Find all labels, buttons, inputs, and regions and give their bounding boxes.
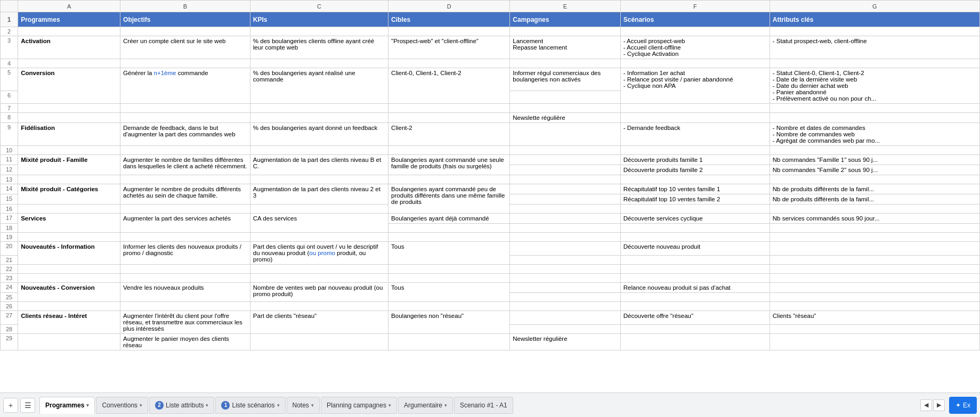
- cell-f25[interactable]: [620, 293, 770, 302]
- cell-e12[interactable]: [510, 165, 620, 175]
- cell-e14[interactable]: [510, 184, 620, 194]
- cell-g11[interactable]: Nb commandes "Famille 1" sous 90 j...: [770, 155, 979, 165]
- cell-g22[interactable]: [770, 265, 979, 274]
- cell-a20[interactable]: Nouveautés - Information: [18, 242, 120, 265]
- cell-f15[interactable]: Récapitulatif top 10 ventes famille 2: [620, 194, 770, 205]
- cell-f16[interactable]: [620, 205, 770, 214]
- cell-a29[interactable]: [18, 334, 120, 350]
- cell-e13[interactable]: [510, 175, 620, 184]
- cell-d10[interactable]: [388, 146, 510, 155]
- cell-c17[interactable]: CA des services: [250, 214, 388, 233]
- cell-g5[interactable]: - Statut Client-0, Client-1, Client-2- D…: [770, 68, 979, 104]
- cell-a14[interactable]: Mixité produit - Catégories: [18, 184, 120, 205]
- cell-c14[interactable]: Augmentation de la part des clients nive…: [250, 184, 388, 205]
- cell-d18[interactable]: [388, 224, 510, 233]
- cell-f14[interactable]: Récapitulatif top 10 ventes famille 1: [620, 184, 770, 194]
- cell-e19[interactable]: [510, 233, 620, 242]
- cell-b20[interactable]: Informer les clients des nouveaux produi…: [120, 242, 250, 265]
- cell-b11[interactable]: Augmenter le nombre de familles différen…: [120, 155, 250, 175]
- cell-e16[interactable]: [510, 205, 620, 214]
- cell-a5[interactable]: Conversion: [18, 68, 120, 104]
- cell-a9[interactable]: Fidélisation: [18, 123, 120, 146]
- tab-planning-campagnes[interactable]: Planning campagnes ▾: [321, 397, 397, 414]
- cell-a26[interactable]: [18, 302, 120, 311]
- cell-d22[interactable]: [388, 265, 510, 274]
- cell-b24[interactable]: Vendre les nouveaux produits: [120, 283, 250, 302]
- cell-e9[interactable]: [510, 123, 620, 146]
- cell-c13[interactable]: [250, 175, 388, 184]
- cell-g16[interactable]: [770, 205, 979, 214]
- cell-d3[interactable]: "Prospect-web" et "client-offline": [388, 36, 510, 59]
- cell-a24[interactable]: Nouveautés - Conversion: [18, 283, 120, 302]
- cell-e3[interactable]: LancementRepasse lancement: [510, 36, 620, 59]
- cell-b23[interactable]: [120, 274, 250, 283]
- cell-d9[interactable]: Client-2: [388, 123, 510, 146]
- cell-a16[interactable]: [18, 205, 120, 214]
- cell-e21[interactable]: [510, 256, 620, 265]
- cell-d24[interactable]: Tous: [388, 283, 510, 302]
- tab-nav-right[interactable]: ▶: [933, 399, 945, 411]
- cell-e26[interactable]: [510, 302, 620, 311]
- cell-g29[interactable]: [770, 334, 979, 350]
- cell-c19[interactable]: [250, 233, 388, 242]
- sheet-table-wrapper[interactable]: A B C D E F G 1 Programmes Objectifs KPI…: [0, 0, 980, 393]
- cell-g28[interactable]: [770, 325, 979, 334]
- cell-d14[interactable]: Boulangeries ayant commandé peu de produ…: [388, 184, 510, 214]
- cell-g14[interactable]: Nb de produits différents de la famil...: [770, 184, 979, 194]
- cell-e27[interactable]: [510, 311, 620, 325]
- cell-g12[interactable]: Nb commandes "Famille 2" sous 90 j...: [770, 165, 979, 175]
- cell-e22[interactable]: [510, 265, 620, 274]
- cell-b26[interactable]: [120, 302, 250, 311]
- col-header-f[interactable]: F: [620, 1, 770, 12]
- cell-c29[interactable]: [250, 334, 388, 350]
- cell-c8[interactable]: [250, 113, 388, 123]
- cell-c5[interactable]: % des boulangeries ayant réalisé une com…: [250, 68, 388, 104]
- cell-a8[interactable]: [18, 113, 120, 123]
- cell-f29[interactable]: [620, 334, 770, 350]
- tab-argumentaire[interactable]: Argumentaire ▾: [398, 397, 453, 414]
- cell-f23[interactable]: [620, 274, 770, 283]
- cell-b29[interactable]: Augmenter le panier moyen des clients ré…: [120, 334, 250, 350]
- cell-d27[interactable]: Boulangeries non "réseau": [388, 311, 510, 334]
- cell-f28[interactable]: [620, 325, 770, 334]
- cell-g17[interactable]: Nb services commandés sous 90 jour...: [770, 214, 979, 224]
- cell-f19[interactable]: [620, 233, 770, 242]
- cell-f8[interactable]: [620, 113, 770, 123]
- cell-f17[interactable]: Découverte services cyclique: [620, 214, 770, 224]
- cell-e6[interactable]: [510, 91, 620, 104]
- cell-f10[interactable]: [620, 146, 770, 155]
- cell-c9[interactable]: % des boulangeries ayant donné un feedba…: [250, 123, 388, 146]
- cell-g25[interactable]: [770, 293, 979, 302]
- cell-a10[interactable]: [18, 146, 120, 155]
- cell-a17[interactable]: Services: [18, 214, 120, 233]
- col-header-c[interactable]: C: [250, 1, 388, 12]
- cell-d23[interactable]: [388, 274, 510, 283]
- cell-b17[interactable]: Augmenter la part des services achetés: [120, 214, 250, 233]
- cell-d17[interactable]: Boulangeries ayant déjà commandé: [388, 214, 510, 224]
- cell-g18[interactable]: [770, 224, 979, 233]
- tab-notes[interactable]: Notes ▾: [287, 397, 320, 414]
- cell-b8[interactable]: [120, 113, 250, 123]
- cell-d26[interactable]: [388, 302, 510, 311]
- cell-g26[interactable]: [770, 302, 979, 311]
- cell-d20[interactable]: Tous: [388, 242, 510, 265]
- cell-a11[interactable]: Mixité produit - Famille: [18, 155, 120, 175]
- cell-f22[interactable]: [620, 265, 770, 274]
- cell-f2[interactable]: [620, 27, 770, 36]
- cell-f11[interactable]: Découverte produits famille 1: [620, 155, 770, 165]
- cell-f20[interactable]: Découverte nouveau produit: [620, 242, 770, 256]
- cell-a22[interactable]: [18, 265, 120, 274]
- cell-c4[interactable]: [250, 59, 388, 68]
- col-header-d[interactable]: D: [388, 1, 510, 12]
- cell-c23[interactable]: [250, 274, 388, 283]
- cell-c24[interactable]: Nombre de ventes web par nouveau produit…: [250, 283, 388, 302]
- cell-f24[interactable]: Relance nouveau produit si pas d'achat: [620, 283, 770, 293]
- add-sheet-button[interactable]: +: [3, 398, 18, 413]
- cell-b27[interactable]: Augmenter l'intérêt du client pour l'off…: [120, 311, 250, 334]
- cell-b9[interactable]: Demande de feedback, dans le but d'augme…: [120, 123, 250, 146]
- cell-e2[interactable]: [510, 27, 620, 36]
- tab-nav-left[interactable]: ◀: [920, 399, 932, 411]
- cell-f5[interactable]: - Information 1er achat- Relance post vi…: [620, 68, 770, 104]
- cell-c26[interactable]: [250, 302, 388, 311]
- cell-f7[interactable]: [620, 104, 770, 113]
